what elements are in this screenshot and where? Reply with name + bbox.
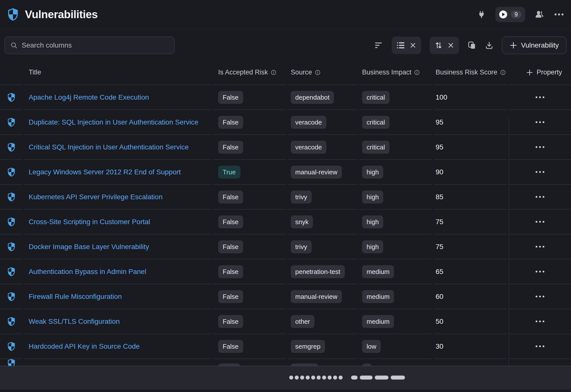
download-icon	[485, 41, 493, 50]
column-header-accepted-risk[interactable]: Is Accepted Risk	[213, 60, 286, 85]
row-score-cell: 95	[434, 135, 507, 160]
row-menu-cell	[509, 259, 571, 284]
row-menu-button[interactable]	[532, 317, 548, 326]
column-header-property: Property	[509, 60, 571, 85]
row-title-cell: Hardcoded API Key in Source Code	[24, 334, 211, 359]
row-menu-button[interactable]	[532, 341, 548, 351]
row-menu-button[interactable]	[532, 192, 548, 202]
row-accepted-cell: False	[213, 85, 286, 110]
table-row: Cross-Site Scripting in Customer Portal …	[0, 209, 571, 234]
risk-score-value: 100	[436, 93, 447, 101]
row-score-cell: 75	[434, 234, 507, 259]
ellipsis-icon	[536, 246, 537, 248]
close-icon	[448, 42, 454, 49]
search-input[interactable]	[22, 41, 169, 49]
impact-badge: high	[362, 240, 383, 253]
row-title-cell: Apache Log4j Remote Code Execution	[24, 85, 211, 110]
row-title-cell: Duplicate: SQL Injection in User Authent…	[24, 110, 211, 135]
close-icon	[410, 42, 416, 49]
vulnerability-title-link[interactable]: Duplicate: SQL Injection in User Authent…	[29, 118, 198, 126]
ellipsis-icon	[536, 321, 537, 322]
run-button[interactable]: 9	[495, 7, 525, 22]
row-source-cell: trivy	[288, 234, 358, 259]
list-view-button[interactable]	[397, 42, 405, 49]
vulnerability-title-link[interactable]: Weak SSL/TLS Configuration	[29, 318, 120, 326]
row-score-cell: 90	[434, 160, 507, 185]
vulnerability-title-link[interactable]: Critical SQL Injection in User Authentic…	[29, 143, 189, 151]
vulnerability-title-link[interactable]: Legacy Windows Server 2012 R2 End of Sup…	[29, 168, 181, 176]
row-menu-button[interactable]	[532, 167, 548, 177]
users-button[interactable]	[535, 10, 545, 19]
impact-badge: critical	[362, 116, 389, 129]
row-accepted-cell: False	[213, 209, 286, 234]
source-badge: snyk	[291, 215, 313, 228]
row-score-cell: 100	[434, 85, 507, 110]
row-menu-button[interactable]	[532, 92, 548, 102]
column-header-business-risk-score[interactable]: Business Risk Score	[434, 60, 507, 85]
integrations-button[interactable]	[477, 10, 485, 18]
page-title: Vulnerabilities	[25, 8, 98, 21]
risk-score-value: 75	[436, 218, 443, 226]
vulnerability-title-link[interactable]: Cross-Site Scripting in Customer Portal	[29, 218, 150, 226]
row-menu-button[interactable]	[532, 117, 548, 127]
row-score-cell: 85	[434, 185, 507, 209]
vulnerability-title-link[interactable]: Authentication Bypass in Admin Panel	[29, 268, 146, 276]
download-button[interactable]	[485, 41, 493, 50]
vulnerability-title-link[interactable]: Docker Image Base Layer Vulnerability	[29, 243, 149, 251]
vulnerability-shield-icon	[7, 317, 15, 326]
vulnerability-title-link[interactable]: Firewall Rule Misconfiguration	[29, 293, 122, 301]
row-icon-cell	[0, 135, 22, 160]
add-property-button[interactable]: Property	[518, 68, 562, 76]
info-icon[interactable]	[500, 70, 506, 75]
vulnerability-shield-icon	[7, 342, 15, 351]
accepted-risk-badge: False	[218, 141, 243, 154]
table-row: Authentication Bypass in Admin Panel Fal…	[0, 259, 571, 284]
row-impact-cell: critical	[360, 85, 432, 110]
vulnerability-title-link[interactable]: Kubernetes API Server Privilege Escalati…	[29, 193, 163, 201]
row-menu-button[interactable]	[532, 217, 548, 227]
info-icon[interactable]	[271, 70, 276, 75]
vulnerability-title-link[interactable]: Apache Log4j Remote Code Execution	[29, 93, 149, 101]
clear-sort-button[interactable]	[448, 42, 454, 49]
row-accepted-cell: False	[213, 135, 286, 160]
skeleton-dot	[317, 376, 321, 380]
row-title-cell: Authentication Bypass in Admin Panel	[24, 259, 211, 284]
source-badge	[291, 363, 318, 366]
source-badge: veracode	[291, 116, 326, 129]
row-menu-button[interactable]	[532, 242, 548, 252]
vulnerability-title-link[interactable]: Hardcoded API Key in Source Code	[29, 342, 140, 350]
vulnerability-shield-icon	[7, 193, 15, 201]
column-header-title[interactable]: Title	[24, 60, 211, 85]
copy-button[interactable]	[468, 41, 476, 50]
impact-badge: high	[362, 191, 383, 203]
risk-score-value: 85	[436, 193, 443, 201]
info-icon[interactable]	[414, 70, 420, 75]
skeleton-dot	[311, 376, 315, 380]
filter-button[interactable]	[375, 42, 383, 49]
copy-icon	[468, 41, 476, 50]
sort-button[interactable]	[435, 41, 443, 50]
source-badge: manual-review	[291, 166, 342, 179]
column-label: Business Impact	[362, 68, 411, 76]
add-vulnerability-button[interactable]: Vulnerability	[502, 37, 567, 54]
row-source-cell: snyk	[288, 209, 358, 234]
skeleton-pill	[360, 376, 373, 380]
row-menu-cell	[509, 359, 571, 366]
info-icon[interactable]	[315, 70, 320, 75]
row-menu-button[interactable]	[532, 142, 548, 152]
overflow-menu-button[interactable]	[555, 13, 564, 15]
row-menu-button[interactable]	[532, 292, 548, 301]
skeleton-dot	[339, 376, 343, 380]
column-header-source[interactable]: Source	[288, 60, 358, 85]
source-badge: trivy	[291, 191, 312, 203]
clear-group-button[interactable]	[410, 42, 416, 49]
search-box[interactable]	[4, 37, 175, 54]
row-icon-cell	[0, 359, 22, 366]
row-menu-button[interactable]	[532, 267, 548, 276]
source-badge: semgrep	[291, 340, 325, 353]
column-header-business-impact[interactable]: Business Impact	[360, 60, 432, 85]
risk-score-value: 65	[436, 268, 443, 276]
search-icon	[10, 42, 18, 49]
app-header: Vulnerabilities 9	[0, 0, 571, 29]
row-title-cell: Cross-Site Scripting in Customer Portal	[24, 209, 211, 234]
